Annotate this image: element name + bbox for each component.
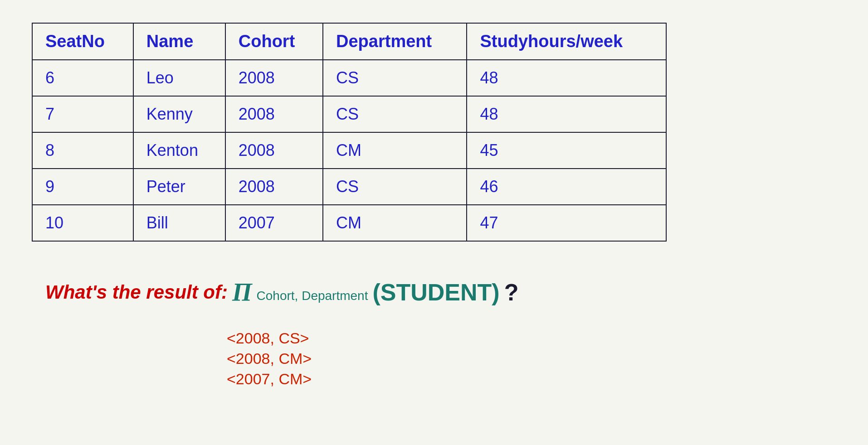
cell-name: Kenny (133, 96, 225, 132)
cell-name: Leo (133, 60, 225, 96)
question-section: What's the result of: ΠCohort, Departmen… (45, 278, 850, 388)
col-header-studyhours: Studyhours/week (467, 23, 666, 60)
answer-line-2: <2007, CM> (227, 370, 850, 388)
answer-section: <2008, CS><2008, CM><2007, CM> (227, 329, 850, 388)
cell-cohort: 2008 (225, 169, 323, 205)
cell-studyhours: 48 (467, 60, 666, 96)
cell-name: Bill (133, 205, 225, 241)
pi-symbol: Π (232, 278, 252, 307)
question-mark: ? (504, 279, 519, 306)
student-table: SeatNo Name Cohort Department Studyhours… (32, 23, 667, 242)
table-row: 7Kenny2008CS48 (32, 96, 666, 132)
cell-seatno: 7 (32, 96, 133, 132)
cell-seatno: 8 (32, 132, 133, 169)
cell-studyhours: 48 (467, 96, 666, 132)
col-header-seatno: SeatNo (32, 23, 133, 60)
answer-line-1: <2008, CM> (227, 350, 850, 368)
cell-studyhours: 45 (467, 132, 666, 169)
question-prefix: What's the result of: (45, 281, 228, 303)
cell-department: CM (323, 132, 467, 169)
cell-cohort: 2008 (225, 132, 323, 169)
cell-department: CS (323, 96, 467, 132)
cell-department: CS (323, 169, 467, 205)
cell-seatno: 6 (32, 60, 133, 96)
col-header-cohort: Cohort (225, 23, 323, 60)
answer-line-0: <2008, CS> (227, 329, 850, 347)
cell-seatno: 9 (32, 169, 133, 205)
cell-name: Kenton (133, 132, 225, 169)
cell-cohort: 2008 (225, 96, 323, 132)
question-line: What's the result of: ΠCohort, Departmen… (45, 278, 850, 307)
cell-studyhours: 47 (467, 205, 666, 241)
cell-seatno: 10 (32, 205, 133, 241)
cell-studyhours: 46 (467, 169, 666, 205)
operand-text: (STUDENT) (372, 279, 499, 306)
col-header-department: Department (323, 23, 467, 60)
cell-department: CM (323, 205, 467, 241)
cell-cohort: 2007 (225, 205, 323, 241)
table-row: 6Leo2008CS48 (32, 60, 666, 96)
cell-cohort: 2008 (225, 60, 323, 96)
subscript-text: Cohort, Department (257, 289, 368, 303)
cell-name: Peter (133, 169, 225, 205)
table-row: 10Bill2007CM47 (32, 205, 666, 241)
table-row: 9Peter2008CS46 (32, 169, 666, 205)
table-header-row: SeatNo Name Cohort Department Studyhours… (32, 23, 666, 60)
cell-department: CS (323, 60, 467, 96)
table-container: SeatNo Name Cohort Department Studyhours… (32, 23, 850, 242)
col-header-name: Name (133, 23, 225, 60)
table-row: 8Kenton2008CM45 (32, 132, 666, 169)
